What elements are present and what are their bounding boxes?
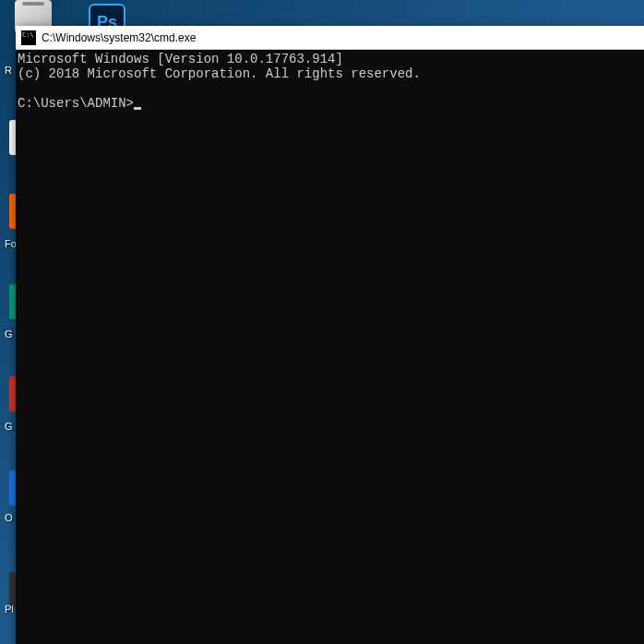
partial-label-2: Fo <box>5 238 17 249</box>
partial-label-recycle: R <box>5 65 12 76</box>
terminal-line-2: (c) 2018 Microsoft Corporation. All righ… <box>18 66 421 81</box>
terminal-line-1: Microsoft Windows [Version 10.0.17763.91… <box>18 52 343 66</box>
cmd-window: C:\Windows\system32\cmd.exe Microsoft Wi… <box>16 26 644 644</box>
cmd-icon <box>21 30 36 45</box>
partial-label-4: G <box>5 421 13 432</box>
terminal-prompt: C:\Users\ADMIN> <box>18 96 134 111</box>
cursor <box>134 107 141 110</box>
window-title: C:\Windows\system32\cmd.exe <box>42 31 196 44</box>
partial-label-5: O <box>5 512 13 523</box>
terminal-area[interactable]: Microsoft Windows [Version 10.0.17763.91… <box>16 50 644 644</box>
partial-label-3: G <box>5 328 13 340</box>
partial-label-6: Pl <box>5 603 14 614</box>
titlebar[interactable]: C:\Windows\system32\cmd.exe <box>16 26 644 50</box>
